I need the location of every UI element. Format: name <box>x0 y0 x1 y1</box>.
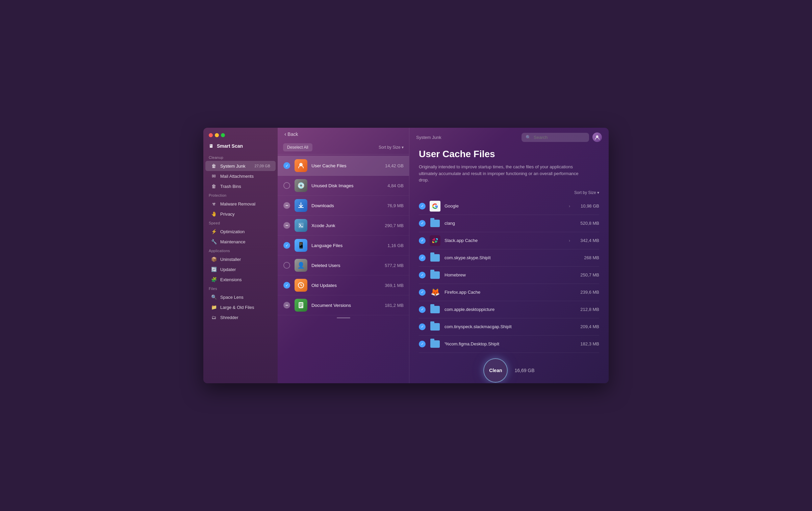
sidebar-item-updater[interactable]: 🔄 Updater <box>205 264 276 274</box>
maximize-button[interactable] <box>221 133 225 137</box>
checkbox-figma[interactable]: ✓ <box>419 341 426 347</box>
homebrew-name: Homebrew <box>445 272 572 277</box>
file-item-skype[interactable]: ✓ com.skype.skype.ShipIt 268 MB <box>419 249 599 267</box>
check-filled-google: ✓ <box>419 203 426 210</box>
file-item-google[interactable]: ✓ Google › 10,98 GB <box>419 198 599 215</box>
slack-name: Slack.app Cache <box>445 238 565 243</box>
sidebar-item-maintenance[interactable]: 🔧 Maintenance <box>205 237 276 247</box>
language-info: Language Files <box>311 243 383 248</box>
checkbox-homebrew[interactable]: ✓ <box>419 272 426 278</box>
old-updates-size: 369,1 MB <box>385 283 404 288</box>
checkbox-apple-desktop[interactable]: ✓ <box>419 306 426 313</box>
check-filled-skype: ✓ <box>419 254 426 261</box>
list-item-doc-versions[interactable]: − Document Versions 181,2 MB <box>278 295 409 315</box>
checkbox-user-cache[interactable]: ✓ <box>283 162 290 169</box>
check-filled-tinyspeck: ✓ <box>419 323 426 330</box>
sidebar-item-space-lens[interactable]: 🔍 Space Lens <box>205 292 276 302</box>
slack-size: 342,4 MB <box>576 238 599 243</box>
sidebar: 🖥 Smart Scan Cleanup 🗑 System Junk 27,09… <box>203 128 278 383</box>
file-item-clang[interactable]: ✓ clang 520,8 MB <box>419 215 599 232</box>
search-input[interactable] <box>534 135 585 140</box>
check-filled-homebrew: ✓ <box>419 272 426 278</box>
checkbox-deleted-users[interactable] <box>283 262 290 269</box>
file-item-slack[interactable]: ✓ <box>419 232 599 249</box>
system-junk-badge: 27,09 GB <box>255 164 270 168</box>
apple-desktop-size: 212,8 MB <box>576 307 599 312</box>
detail-description: Originally intended to improve startup t… <box>419 164 581 184</box>
checkbox-google[interactable]: ✓ <box>419 203 426 210</box>
file-item-firefox[interactable]: ✓ 🦊 Firefox.app Cache 239,6 MB <box>419 284 599 301</box>
files-sort-button[interactable]: Sort by Size ▾ <box>574 190 599 195</box>
sort-by-size-button[interactable]: Sort by Size ▾ <box>379 145 404 150</box>
app-window: 🖥 Smart Scan Cleanup 🗑 System Junk 27,09… <box>203 128 609 383</box>
checkbox-downloads[interactable]: − <box>283 202 290 209</box>
file-item-homebrew[interactable]: ✓ Homebrew 250,7 MB <box>419 267 599 284</box>
checkbox-xcode[interactable]: − <box>283 222 290 229</box>
svg-rect-10 <box>432 242 434 243</box>
sidebar-item-extensions[interactable]: 🧩 Extensions <box>205 274 276 285</box>
checkbox-skype[interactable]: ✓ <box>419 254 426 261</box>
smart-scan-item[interactable]: 🖥 Smart Scan <box>203 141 278 153</box>
sidebar-item-malware[interactable]: ☣ Malware Removal <box>205 199 276 209</box>
close-button[interactable] <box>209 133 213 137</box>
optimization-icon: ⚡ <box>211 228 217 235</box>
list-item-language[interactable]: ✓ 📱 Language Files 1,16 GB <box>278 236 409 256</box>
extensions-label: Extensions <box>220 277 242 282</box>
checkbox-clang[interactable]: ✓ <box>419 220 426 227</box>
deleted-users-icon: 👤 <box>295 259 307 272</box>
malware-label: Malware Removal <box>220 201 255 206</box>
file-item-apple-desktop[interactable]: ✓ com.apple.desktoppicture 212,8 MB <box>419 301 599 318</box>
chevron-left-icon: ‹ <box>284 131 286 137</box>
sidebar-item-mail[interactable]: ✉ Mail Attachments <box>205 171 276 181</box>
privacy-icon: 🤚 <box>211 211 217 217</box>
doc-versions-icon <box>295 299 307 312</box>
svg-rect-6 <box>432 239 435 240</box>
check-partial-xcode-icon: − <box>283 222 290 229</box>
checkbox-tinyspeck[interactable]: ✓ <box>419 323 426 330</box>
minimize-button[interactable] <box>215 133 219 137</box>
sidebar-item-system-junk[interactable]: 🗑 System Junk 27,09 GB <box>205 161 276 171</box>
sidebar-item-uninstaller[interactable]: 📦 Uninstaller <box>205 254 276 264</box>
downloads-name: Downloads <box>311 203 383 208</box>
checkbox-disk-images[interactable] <box>283 182 290 189</box>
checkbox-old-updates[interactable]: ✓ <box>283 282 290 289</box>
folder-figma-icon <box>430 339 440 349</box>
google-size: 10,98 GB <box>576 203 599 209</box>
deleted-users-info: Deleted Users <box>311 263 381 268</box>
user-cache-name: User Cache Files <box>311 163 381 168</box>
sidebar-item-privacy[interactable]: 🤚 Privacy <box>205 209 276 219</box>
file-item-figma[interactable]: ✓ '%com.figma.Desktop.ShipIt 182,3 MB <box>419 336 599 353</box>
list-item-downloads[interactable]: − Downloads 76,9 MB <box>278 196 409 216</box>
check-empty-users-icon <box>283 262 290 269</box>
list-item-user-cache[interactable]: ✓ User Cache Files 14,42 GB <box>278 156 409 176</box>
list-item-old-updates[interactable]: ✓ Old Updates 369,1 MB <box>278 275 409 295</box>
deselect-all-button[interactable]: Deselect All <box>283 143 312 151</box>
detail-title: User Cache Files <box>419 149 599 160</box>
user-cache-info: User Cache Files <box>311 163 381 168</box>
scroll-bar <box>337 317 350 318</box>
sidebar-item-optimization[interactable]: ⚡ Optimization <box>205 226 276 237</box>
firefox-size: 239,6 MB <box>576 290 599 295</box>
avatar-button[interactable] <box>592 132 602 142</box>
disk-images-info: Unused Disk Images <box>311 183 383 188</box>
maintenance-label: Maintenance <box>220 239 245 244</box>
checkbox-firefox[interactable]: ✓ <box>419 289 426 296</box>
doc-versions-name: Document Versions <box>311 303 381 308</box>
figma-name: '%com.figma.Desktop.ShipIt <box>445 341 572 346</box>
list-item-deleted-users[interactable]: 👤 Deleted Users 577,2 MB <box>278 256 409 275</box>
list-item-disk-images[interactable]: 💿 Unused Disk Images 4,84 GB <box>278 176 409 196</box>
back-button[interactable]: ‹ Back <box>284 131 298 137</box>
file-item-tinyspeck[interactable]: ✓ com.tinyspeck.slackmacgap.ShipIt 209,4… <box>419 318 599 336</box>
skype-size: 268 MB <box>576 255 599 260</box>
right-panel: System Junk 🔍 User Cache Files <box>409 128 609 383</box>
user-cache-size: 14,42 GB <box>385 163 404 168</box>
deleted-users-name: Deleted Users <box>311 263 381 268</box>
sidebar-item-large-old[interactable]: 📁 Large & Old Files <box>205 302 276 312</box>
checkbox-language[interactable]: ✓ <box>283 242 290 249</box>
list-item-xcode[interactable]: − Xcode Junk 290,7 MB <box>278 216 409 236</box>
clean-button[interactable]: Clean <box>483 358 508 383</box>
checkbox-doc-versions[interactable]: − <box>283 301 290 309</box>
checkbox-slack[interactable]: ✓ <box>419 237 426 244</box>
sidebar-item-shredder[interactable]: 🗂 Shredder <box>205 312 276 322</box>
sidebar-item-trash[interactable]: 🗑 Trash Bins <box>205 181 276 191</box>
